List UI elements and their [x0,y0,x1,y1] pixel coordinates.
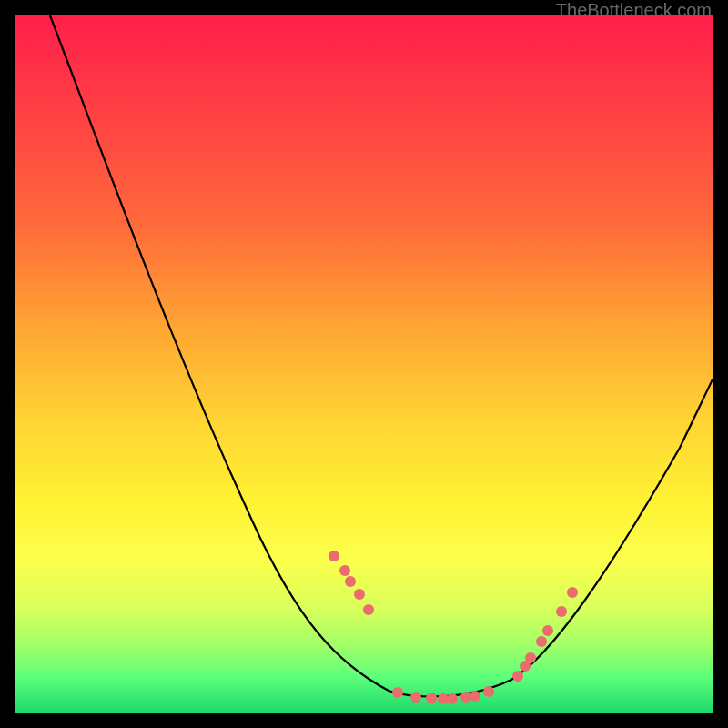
svg-point-2 [345,576,356,587]
svg-point-17 [542,625,553,636]
svg-point-5 [392,687,403,698]
svg-point-15 [525,652,536,663]
chart-frame: TheBottleneck.com [0,0,728,728]
marker-dots-right [512,587,578,682]
svg-point-9 [447,693,458,704]
bottleneck-curve [50,15,713,696]
svg-point-4 [363,604,374,615]
svg-point-0 [329,551,339,561]
svg-point-1 [339,565,350,576]
svg-point-19 [567,587,578,598]
svg-point-7 [426,693,437,703]
svg-point-18 [556,606,567,617]
marker-dots-left [329,551,374,615]
svg-point-11 [470,691,480,702]
curve-layer [15,15,713,713]
svg-point-13 [512,671,523,682]
svg-point-12 [483,686,494,697]
watermark-text: TheBottleneck.com [556,0,712,21]
svg-point-3 [354,589,365,600]
plot-area [15,15,713,713]
svg-point-6 [410,692,421,703]
svg-point-16 [536,636,547,647]
